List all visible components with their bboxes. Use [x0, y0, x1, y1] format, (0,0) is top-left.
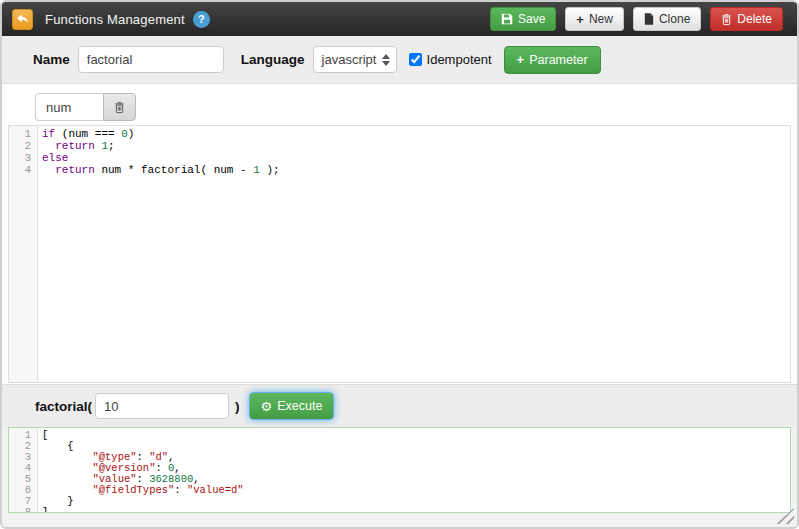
close-paren-label: ): [235, 399, 240, 414]
add-parameter-label: Parameter: [529, 53, 587, 67]
code-text: if (num === 0): [37, 128, 134, 140]
code-text: else: [37, 152, 68, 164]
execution-output-editor[interactable]: 1[2 {3 "@type": "d",4 "@version": 0,5 "v…: [8, 427, 791, 513]
parameter-name-input[interactable]: [35, 93, 103, 121]
gear-icon: ⚙: [261, 400, 273, 413]
delete-button-label: Delete: [737, 12, 772, 26]
code-text: return 1;: [37, 140, 115, 152]
code-line: 3else: [9, 152, 790, 164]
function-code-editor[interactable]: 1if (num === 0)2 return 1;3else4 return …: [8, 125, 791, 383]
floppy-disk-icon: [501, 13, 513, 25]
language-label: Language: [241, 52, 305, 67]
line-number: 1: [9, 430, 37, 441]
function-body-section: 1if (num === 0)2 return 1;3else4 return …: [2, 84, 797, 384]
code-line: 8]: [9, 507, 790, 513]
help-icon[interactable]: ?: [193, 11, 210, 28]
line-number: 3: [9, 452, 37, 463]
name-label: Name: [33, 52, 70, 67]
line-number: 8: [9, 507, 37, 513]
code-line: 7 }: [9, 496, 790, 507]
delete-parameter-button[interactable]: [103, 93, 136, 121]
page-title: Functions Management: [45, 12, 185, 27]
trash-icon: [721, 13, 732, 26]
up-down-arrows-icon: [382, 54, 390, 66]
back-button[interactable]: [12, 9, 33, 30]
line-number: 7: [9, 496, 37, 507]
execute-button[interactable]: ⚙ Execute: [249, 392, 335, 420]
line-number: 1: [9, 128, 37, 140]
clone-button-label: Clone: [659, 12, 690, 26]
header-bar: Functions Management ? Save + New Clone: [2, 2, 797, 36]
line-number: 4: [9, 463, 37, 474]
line-number: 6: [9, 485, 37, 496]
delete-button[interactable]: Delete: [710, 7, 783, 31]
function-form-bar: Name Language javascript Idempotent + Pa…: [2, 36, 797, 84]
clone-button[interactable]: Clone: [633, 7, 701, 31]
function-name-input[interactable]: [78, 46, 224, 73]
line-number: 4: [9, 164, 37, 176]
code-line: 1[: [9, 430, 790, 441]
line-number: 2: [9, 441, 37, 452]
functions-management-panel: Functions Management ? Save + New Clone: [0, 0, 799, 529]
code-text: return num * factorial( num - 1 );: [37, 164, 280, 176]
line-number: 3: [9, 152, 37, 164]
plus-icon: +: [517, 53, 525, 66]
new-button-label: New: [589, 12, 613, 26]
line-number: 2: [9, 140, 37, 152]
execute-button-label: Execute: [277, 399, 322, 413]
code-line: 4 return num * factorial( num - 1 );: [9, 164, 790, 176]
language-select-value: javascript: [322, 52, 382, 67]
trash-icon: [114, 101, 125, 114]
idempotent-label: Idempotent: [427, 52, 492, 67]
parameter-group: [35, 93, 136, 121]
save-button[interactable]: Save: [490, 7, 556, 31]
idempotent-checkbox[interactable]: [409, 53, 422, 66]
new-button[interactable]: + New: [565, 7, 624, 31]
code-text: ]: [37, 507, 48, 513]
code-line: 1if (num === 0): [9, 128, 790, 140]
line-number: 5: [9, 474, 37, 485]
code-line: 2 return 1;: [9, 140, 790, 152]
language-select[interactable]: javascript: [313, 46, 397, 73]
execute-bar: factorial( ) ⚙ Execute: [2, 384, 797, 427]
add-parameter-button[interactable]: + Parameter: [504, 46, 601, 74]
code-line: 6 "@fieldTypes": "value=d": [9, 485, 790, 496]
function-call-label: factorial(: [35, 399, 92, 414]
save-button-label: Save: [518, 12, 545, 26]
back-arrow-icon: [16, 13, 29, 26]
document-icon: [644, 13, 654, 25]
plus-icon: +: [576, 13, 584, 26]
argument-input[interactable]: [95, 393, 229, 419]
